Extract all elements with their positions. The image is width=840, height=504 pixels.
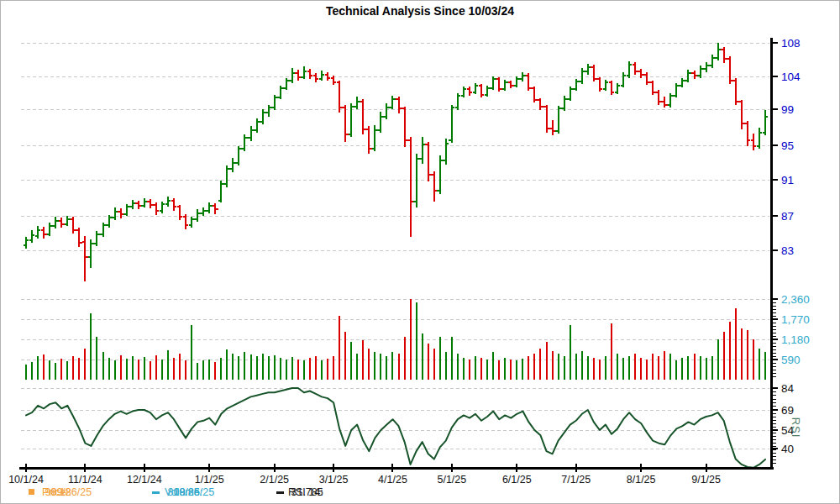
legend-price: Price: 98.18 09/26/25 xyxy=(42,486,50,498)
x-axis-label: 2/1/25 xyxy=(260,474,289,486)
x-axis-label: 9/1/25 xyxy=(691,474,721,486)
rsi-axis-label: 69 xyxy=(781,404,794,417)
price-axis-label: 83 xyxy=(781,244,794,257)
rsi-value: 31.785 xyxy=(291,486,323,498)
rsi-legend-marker-icon xyxy=(276,491,284,494)
x-axis-label: 5/1/25 xyxy=(437,474,466,486)
volume-axis-label: 2,360 xyxy=(781,293,810,306)
x-axis-label: 3/1/25 xyxy=(319,474,349,486)
rsi-axis-label: 40 xyxy=(781,443,794,455)
volume-date: 09/26/25 xyxy=(173,486,214,498)
price-axis-label: 108 xyxy=(781,37,801,50)
chart-canvas: 10810499959187832,3601,7701,180590846954… xyxy=(1,1,840,504)
price-axis-label: 95 xyxy=(781,139,794,152)
price-axis-label: 87 xyxy=(781,210,794,223)
x-axis-label: 11/1/24 xyxy=(68,474,102,486)
volume-legend-marker-icon xyxy=(152,491,160,494)
legend: Price: 98.18 09/26/25 Volume: 818.85 09/… xyxy=(1,486,839,501)
legend-rsi: RSI 14: 31.785 xyxy=(288,486,291,498)
bottom-axis-spine xyxy=(19,467,774,470)
x-axis-label: 4/1/25 xyxy=(378,474,407,486)
legend-volume: Volume: 818.85 09/26/25 xyxy=(165,486,173,498)
volume-axis-label: 1,770 xyxy=(781,313,810,326)
x-axis-label: 8/1/25 xyxy=(627,474,656,486)
price-legend-marker-icon xyxy=(29,489,34,495)
x-axis-label: 12/1/24 xyxy=(127,474,162,486)
technical-analysis-chart: Technical Analysis Since 10/03/24 108104… xyxy=(0,0,840,504)
price-axis-label: 104 xyxy=(781,71,801,83)
price-axis-label: 99 xyxy=(781,103,794,116)
price-axis-label: 91 xyxy=(781,174,794,186)
volume-axis-label: 590 xyxy=(781,354,801,366)
rsi-axis-label: 84 xyxy=(781,382,795,395)
right-axis-spine xyxy=(770,38,773,469)
rsi-line xyxy=(26,388,765,468)
x-axis-label: 6/1/25 xyxy=(502,474,532,486)
x-axis-label: 1/1/25 xyxy=(195,474,224,486)
rsi-axis-title: RSI xyxy=(790,417,802,438)
volume-axis-label: 1,180 xyxy=(781,333,810,346)
price-date: 09/26/25 xyxy=(50,486,92,498)
x-axis-label: 10/1/24 xyxy=(8,474,44,486)
x-axis-label: 7/1/25 xyxy=(561,474,591,486)
